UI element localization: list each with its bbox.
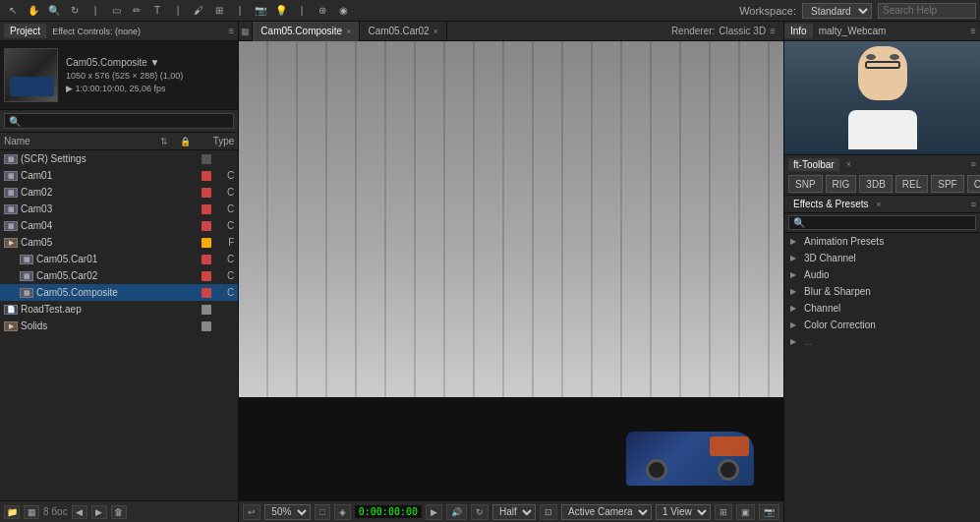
ft-btn-snp[interactable]: SNP [788, 175, 823, 193]
effect-item-animation-presets[interactable]: ▶ Animation Presets [784, 233, 980, 250]
tab-webcam[interactable]: malty_Webcam [813, 24, 893, 38]
person-silhouette [784, 41, 980, 154]
delete-btn[interactable]: 🗑 [111, 505, 127, 519]
ft-btn-rig[interactable]: RIG [826, 175, 857, 193]
item-type: C [214, 220, 234, 231]
effects-close-icon[interactable]: × [877, 200, 882, 209]
tab-cam05-car02[interactable]: Cam05.Car02 × [360, 22, 447, 41]
left-panel: Project Effect Controls: (none) ≡ Cam05.… [0, 22, 239, 522]
preview-mode-btn[interactable]: ⊡ [540, 504, 557, 520]
item-type: C [214, 270, 234, 281]
ft-btn-spf[interactable]: SPF [931, 175, 963, 193]
tool-hand[interactable]: ✋ [25, 2, 42, 20]
new-folder-btn[interactable]: 📁 [4, 505, 20, 519]
tool-text[interactable]: T [148, 2, 166, 20]
resolution-btn[interactable]: □ [315, 504, 329, 520]
ft-btn-3db[interactable]: 3DB [859, 175, 892, 193]
new-comp-btn[interactable]: ▦ [24, 505, 39, 519]
effects-tabs: Effects & Presets × ≡ [784, 196, 980, 213]
item-color-swatch [202, 204, 211, 214]
search-help-input[interactable] [878, 3, 976, 19]
tool-puppet[interactable]: ⊛ [314, 2, 331, 20]
effects-menu-icon[interactable]: ≡ [971, 200, 976, 209]
tool-rect[interactable]: ▭ [107, 2, 125, 20]
list-item[interactable]: ▦ Cam05.Car01 C [0, 251, 238, 267]
grid-btn[interactable]: ⊞ [715, 504, 732, 520]
close-tab-icon[interactable]: × [433, 27, 438, 36]
workspace-label: Workspace: [739, 5, 796, 17]
project-panel-tabs: Project Effect Controls: (none) ≡ [0, 22, 238, 41]
tool-select[interactable]: ↖ [4, 2, 22, 20]
item-type: C [214, 287, 234, 298]
loop-btn[interactable]: ↻ [471, 504, 489, 520]
ft-btn-cls[interactable]: CLS [967, 175, 980, 193]
effect-item-color-correction[interactable]: ▶ Color Correction [784, 317, 980, 333]
tool-pen[interactable]: ✏ [128, 2, 145, 20]
tab-cam05-composite[interactable]: Cam05.Composite × [253, 22, 360, 41]
snapshot-btn[interactable]: 📷 [759, 504, 779, 520]
effect-item-audio[interactable]: ▶ Audio [784, 266, 980, 283]
right-panel-menu[interactable]: ≡ [966, 26, 980, 36]
tab-info[interactable]: Info [784, 24, 813, 38]
ft-toolbar-tab[interactable]: ft-Toolbar [788, 158, 839, 171]
effect-item-more[interactable]: ▶ ... [784, 333, 980, 350]
workspace-select[interactable]: Standard [802, 3, 872, 19]
audio-btn[interactable]: 🔊 [446, 504, 467, 520]
item-count: 8 бос [43, 506, 68, 517]
tab-effects-presets[interactable]: Effects & Presets [788, 198, 874, 210]
tool-camera[interactable]: 📷 [252, 2, 269, 20]
list-item[interactable]: 📄 RoadTest.aep [0, 301, 238, 318]
effect-item-channel[interactable]: ▶ Channel [784, 300, 980, 317]
close-tab-icon[interactable]: × [346, 27, 351, 36]
list-item[interactable]: ▦ Cam05.Car02 C [0, 267, 238, 284]
list-item[interactable]: ▶ Solids [0, 318, 238, 334]
list-item[interactable]: ▦ (SCR) Settings [0, 150, 238, 167]
next-btn[interactable]: ▶ [91, 505, 107, 519]
project-preview: Cam05.Composite ▼ 1050 x 576 (525 × 288)… [0, 41, 238, 110]
zoom-select[interactable]: 50% [264, 504, 311, 520]
tool-separator: | [86, 2, 104, 20]
effect-item-3d-channel[interactable]: ▶ 3D Channel [784, 250, 980, 266]
channel-btn[interactable]: ▣ [736, 504, 755, 520]
camera-view-select[interactable]: Active Camera [561, 504, 652, 520]
tab-project[interactable]: Project [4, 24, 46, 38]
panel-menu-btn[interactable]: ≡ [229, 26, 235, 36]
ft-toolbar-menu[interactable]: ≡ [971, 159, 976, 169]
list-item[interactable]: ▦ Cam03 C [0, 201, 238, 217]
quality-select[interactable]: Half [492, 504, 536, 520]
list-item[interactable]: ▦ Cam05.Composite C [0, 284, 238, 301]
ft-btn-rel[interactable]: REL [895, 175, 928, 193]
list-item[interactable]: ▶ Cam05 F [0, 234, 238, 251]
person-body [848, 110, 917, 149]
item-label: Solids [21, 320, 199, 331]
panel-menu[interactable]: ≡ [770, 26, 776, 36]
effects-search-input[interactable] [788, 215, 976, 230]
views-select[interactable]: 1 View [656, 504, 711, 520]
project-search-input[interactable] [4, 113, 234, 129]
tool-light[interactable]: 💡 [272, 2, 290, 20]
play-btn[interactable]: ▶ [426, 504, 442, 520]
list-item[interactable]: ▦ Cam02 C [0, 184, 238, 201]
tool-rotate[interactable]: ↻ [66, 2, 84, 20]
preview-thumbnail [4, 48, 58, 102]
effects-list: ▶ Animation Presets ▶ 3D Channel ▶ Audio… [784, 233, 980, 522]
expand-icon: ▶ [790, 237, 800, 246]
renderer-label: Renderer: [671, 26, 715, 36]
tool-brush[interactable]: 🖌 [190, 2, 207, 20]
tool-roto[interactable]: ◉ [334, 2, 352, 20]
tab-effect-controls[interactable]: Effect Controls: (none) [46, 25, 146, 38]
item-type: C [214, 187, 234, 198]
effect-item-blur-sharpen[interactable]: ▶ Blur & Sharpen [784, 283, 980, 300]
tool-zoom[interactable]: 🔍 [45, 2, 63, 20]
list-item[interactable]: ▦ Cam01 C [0, 167, 238, 184]
prev-btn[interactable]: ◀ [72, 505, 87, 519]
col-sort-icon[interactable]: ⇅ [160, 137, 180, 146]
list-item[interactable]: ▦ Cam04 C [0, 217, 238, 234]
tool-clone[interactable]: ⊞ [210, 2, 228, 20]
project-list-header: Name ⇅ 🔒 Type [0, 133, 238, 150]
viewer-controls: ↩ 50% □ ◈ 0:00:00:00 ▶ 🔊 ↻ Half ⊡ Active… [239, 500, 783, 522]
quality-btn[interactable]: ◈ [334, 504, 351, 520]
ft-toolbar-close-icon[interactable]: × [846, 159, 851, 169]
item-folder-icon: ▶ [4, 321, 18, 331]
reset-view-btn[interactable]: ↩ [243, 504, 260, 520]
